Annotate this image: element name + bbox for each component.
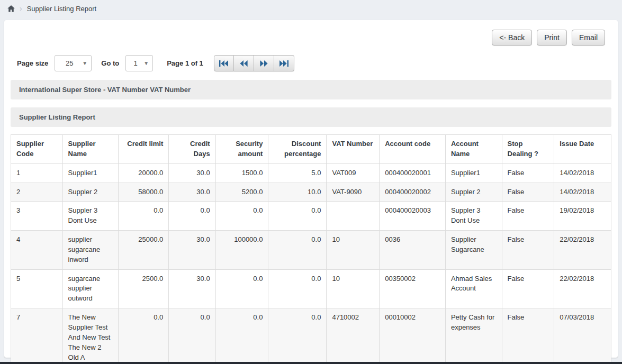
report-title-bar: Supplier Listing Report <box>11 107 611 127</box>
cell: 25000.0 <box>118 231 168 270</box>
cell: 22/02/2018 <box>554 231 611 270</box>
page-size-label: Page size <box>17 59 48 67</box>
cell: 5 <box>11 269 63 308</box>
page-size-value: 25 <box>66 59 73 67</box>
next-page-button[interactable] <box>254 55 274 71</box>
breadcrumb: › Supplier Listing Report <box>0 0 622 16</box>
cell: 14/02/2018 <box>554 183 611 202</box>
toolbar: <- Back Print Email <box>11 25 611 49</box>
cell: Suppler 3 Dont Use <box>445 202 502 231</box>
goto-label: Go to <box>101 59 119 67</box>
cell: 10.0 <box>268 183 327 202</box>
column-header: Supplier Code <box>11 135 63 164</box>
cell: Suppler 2 <box>445 183 502 202</box>
pagination-top: Page size 25 ▼ Go to 1 ▼ Page 1 of 1 <box>11 49 611 77</box>
column-header: Stop Dealing ? <box>502 135 554 164</box>
column-header: Account code <box>380 135 446 164</box>
cell: 000400020001 <box>380 163 446 183</box>
print-button[interactable]: Print <box>537 30 567 46</box>
cell: 10 <box>327 269 380 308</box>
cell: sugarcane supplier outword <box>62 269 118 308</box>
home-icon[interactable] <box>7 5 15 12</box>
cell: VAT-9090 <box>327 183 380 202</box>
column-header: Security amount <box>215 135 268 164</box>
cell: 4710002 <box>327 308 380 364</box>
cell <box>327 202 380 231</box>
cell: False <box>502 163 554 183</box>
cell: False <box>502 269 554 308</box>
cell: 5200.0 <box>215 183 268 202</box>
cell: Petty Cash for expenses <box>445 308 502 364</box>
breadcrumb-current: Supplier Listing Report <box>27 5 97 13</box>
page-size-select[interactable]: 25 ▼ <box>55 55 92 71</box>
cell: 0.0 <box>215 269 268 308</box>
cell: 5.0 <box>268 163 327 183</box>
cell: 000400020002 <box>380 183 446 202</box>
cell: 7 <box>11 308 63 364</box>
cell: 0.0 <box>169 308 215 364</box>
table-row: 1Supplier120000.030.01500.05.0VAT0090004… <box>11 163 611 183</box>
report-panel: <- Back Print Email Page size 25 ▼ Go to… <box>4 20 618 358</box>
column-header: Account Name <box>445 135 502 164</box>
table-row: 4supplier sugarcane inword25000.030.0100… <box>11 231 611 270</box>
cell: Suppler 3 Dont Use <box>62 202 118 231</box>
previous-page-button[interactable] <box>234 55 254 71</box>
table-row: 5sugarcane supplier outword2500.030.00.0… <box>11 269 611 308</box>
column-header: Issue Date <box>554 135 611 164</box>
column-header: Supplier Name <box>62 135 118 164</box>
cell: False <box>502 202 554 231</box>
cell: False <box>502 183 554 202</box>
cell: 0.0 <box>215 202 268 231</box>
last-page-button[interactable] <box>274 55 294 71</box>
column-header: VAT Number <box>327 135 380 164</box>
cell: Supplier Sugarcane <box>445 231 502 270</box>
cell: 20000.0 <box>118 163 168 183</box>
company-header-bar: International Super Store - VAT Number V… <box>11 80 611 99</box>
cell: 30.0 <box>169 269 215 308</box>
cell: 30.0 <box>169 183 215 202</box>
cell: 000400020003 <box>380 202 446 231</box>
pager-nav-group <box>214 55 294 71</box>
header-row: Supplier CodeSupplier NameCredit limitCr… <box>11 135 611 164</box>
cell: 30.0 <box>169 231 215 270</box>
cell: 100000.0 <box>215 231 268 270</box>
cell: 0.0 <box>268 269 327 308</box>
cell: 58000.0 <box>118 183 168 202</box>
cell: False <box>502 231 554 270</box>
cell: 0.0 <box>169 202 215 231</box>
cell: VAT009 <box>327 163 380 183</box>
table-row: 7The New Supplier Test And New Test The … <box>11 308 611 364</box>
table-container: Supplier CodeSupplier NameCredit limitCr… <box>11 134 611 364</box>
chevron-down-icon: ▼ <box>82 60 87 66</box>
cell: Suppler 2 <box>62 183 118 202</box>
cell: False <box>502 308 554 364</box>
cell: 19/02/2018 <box>554 202 611 231</box>
goto-page-value: 1 <box>134 59 138 67</box>
column-header: Credit limit <box>118 135 168 164</box>
first-page-button[interactable] <box>214 55 234 71</box>
page-info: Page 1 of 1 <box>167 59 203 67</box>
breadcrumb-separator-icon: › <box>20 5 22 12</box>
cell: 0.0 <box>268 308 327 364</box>
goto-page-select[interactable]: 1 ▼ <box>125 55 153 71</box>
cell: 10 <box>327 231 380 270</box>
column-header: Credit Days <box>169 135 215 164</box>
cell: 0.0 <box>268 231 327 270</box>
cell: 2 <box>11 183 63 202</box>
cell: Supplier1 <box>445 163 502 183</box>
cell: 22/02/2018 <box>554 269 611 308</box>
cell: Ahmad Sales Account <box>445 269 502 308</box>
column-header: Discount percentage <box>268 135 327 164</box>
cell: 3 <box>11 202 63 231</box>
cell: 4 <box>11 231 63 270</box>
table-body: 1Supplier120000.030.01500.05.0VAT0090004… <box>11 163 611 364</box>
cell: 0036 <box>380 231 446 270</box>
cell: Supplier1 <box>62 163 118 183</box>
table-row: 2Suppler 258000.030.05200.010.0VAT-90900… <box>11 183 611 202</box>
cell: 30.0 <box>169 163 215 183</box>
cell: 2500.0 <box>118 269 168 308</box>
cell: 1 <box>11 163 63 183</box>
cell: 1500.0 <box>215 163 268 183</box>
back-button[interactable]: <- Back <box>492 30 532 46</box>
email-button[interactable]: Email <box>572 30 605 46</box>
